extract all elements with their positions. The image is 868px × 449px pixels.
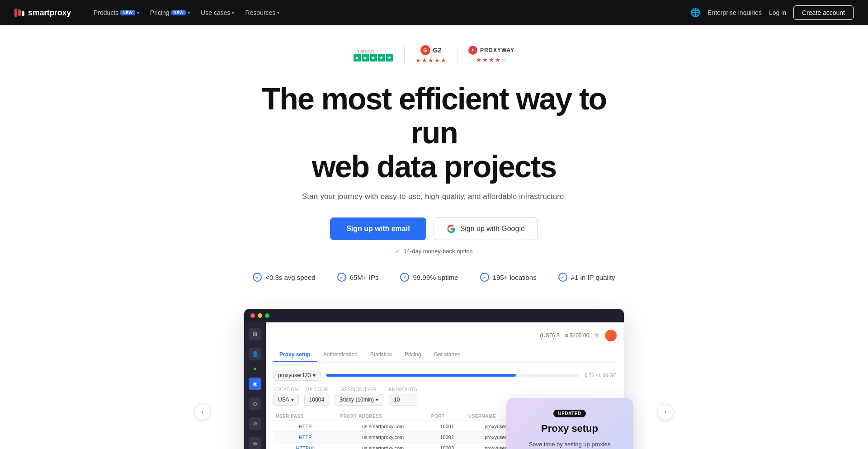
carousel-prev-button[interactable]: ‹ [194, 404, 211, 420]
row-port: 10001 [429, 421, 466, 432]
titlebar-minimize-dot [258, 313, 262, 318]
stats-row: ✓ <0.3s avg speed ✓ 65M+ IPs ✓ 99.99% up… [0, 273, 868, 282]
cta-row: Sign up with email Sign up with Google [0, 217, 868, 240]
login-link[interactable]: Log in [769, 9, 786, 16]
port-label: ZIP CODE [304, 387, 329, 392]
logo[interactable]: smartproxy [14, 8, 71, 18]
tab-proxy-setup[interactable]: Proxy setup [273, 348, 317, 362]
stat-speed: ✓ <0.3s avg speed [253, 273, 316, 282]
endpoints-label: ENDPOINTS [389, 387, 417, 392]
hero-headline-line1: The most efficient way to run [262, 81, 606, 150]
table-header-address: PROXY ADDRESS [338, 412, 429, 421]
percent-display: % [594, 332, 599, 339]
g2-stars: ★ ★ ★ ★ ★ [415, 57, 446, 64]
row-port: 10003 [429, 443, 466, 449]
nav-item-pricing[interactable]: Pricing NEW ▾ [146, 6, 194, 19]
balance-display: ≡ $100.00 [565, 332, 590, 339]
session-field: SESSION TYPE Sticky (10min) ▾ [335, 387, 383, 406]
trustpilot-stars: ★ ★ ★ ★ ★ [354, 54, 393, 61]
enterprise-link[interactable]: Enterprise inquiries [708, 9, 762, 16]
signup-email-button[interactable]: Sign up with email [330, 217, 426, 240]
chevron-down-icon: ▾ [376, 397, 378, 403]
nav-usecases-label: Use cases [201, 9, 230, 16]
row-protocol: HTTP(s) [273, 443, 338, 449]
check-icon: ✓ [480, 273, 489, 282]
location-field: LOCATION USA ▾ [273, 387, 299, 406]
port-value: 10004 [309, 397, 324, 403]
carousel-next-button[interactable]: › [657, 404, 674, 420]
location-label: LOCATION [273, 387, 299, 392]
port-field: ZIP CODE 10004 [304, 387, 329, 406]
logo-icon [14, 9, 24, 17]
trustpilot-label: Trustpilot [354, 48, 374, 53]
tab-statistics[interactable]: Statistics [364, 348, 398, 362]
port-selector[interactable]: 10004 [304, 394, 329, 406]
nav-pricing-label: Pricing [150, 9, 170, 16]
chevron-down-icon: ▾ [291, 397, 294, 403]
stat-quality-label: #1 in IP quality [571, 274, 615, 281]
tab-authentication[interactable]: Authentication [317, 348, 364, 362]
row-protocol: HTTP [273, 432, 338, 443]
tab-get-started[interactable]: Get started [427, 348, 467, 362]
app-topbar: (USD) $ ≡ $100.00 % [273, 330, 617, 341]
location-selector[interactable]: USA ▾ [273, 394, 299, 406]
topbar-right: (USD) $ ≡ $100.00 % [540, 330, 617, 341]
g2-label: G2 [433, 47, 442, 54]
stat-ips: ✓ 65M+ IPs [337, 273, 379, 282]
sidebar-icon-proxy[interactable]: ◉ [249, 378, 261, 390]
nav-item-usecases[interactable]: Use cases ▾ [196, 6, 239, 19]
nav-items: Products NEW ▾ Pricing NEW ▾ Use cases ▾… [89, 6, 690, 19]
check-icon: ✓ [253, 273, 262, 282]
chevron-down-icon: ▾ [313, 372, 316, 378]
proxyway-stars: ★ ★ ★ ★ ★ [476, 57, 507, 63]
signup-google-button[interactable]: Sign up with Google [434, 217, 538, 240]
sidebar-icon-settings[interactable]: ⚙ [249, 417, 261, 430]
nav-right: 🌐 Enterprise inquiries Log in Create acc… [690, 5, 854, 20]
language-icon[interactable]: 🌐 [690, 8, 700, 18]
check-icon: ✓ [558, 273, 567, 282]
location-value: USA [278, 397, 289, 403]
table-header-protocol: user:pass [273, 412, 338, 421]
usage-progress-bar [326, 374, 579, 377]
proxyway-rating: ✦ PROXYWAY ★ ★ ★ ★ ★ [468, 46, 514, 63]
proxyway-label: PROXYWAY [480, 47, 514, 53]
proxy-user-value: proxyuser123 [278, 372, 311, 378]
titlebar-maximize-dot [265, 313, 269, 318]
sidebar-icon-home[interactable]: ⊞ [249, 328, 261, 340]
stat-uptime: ✓ 99.99% uptime [400, 273, 458, 282]
nav-item-products[interactable]: Products NEW ▾ [89, 6, 144, 19]
floating-card: UPDATED Proxy setup Save time by setting… [506, 398, 633, 449]
user-avatar[interactable] [605, 330, 617, 341]
table-header-port: PORT [429, 412, 466, 421]
endpoints-input[interactable]: 10 [389, 394, 417, 406]
ratings-row: Trustpilot ★ ★ ★ ★ ★ G G2 ★ [0, 45, 868, 64]
app-sidebar: ⊞ 👤 ◉ ⊙ ⚙ ⊗ ▣ ⊡ △ [244, 322, 266, 449]
stat-ips-label: 65M+ IPs [350, 274, 379, 281]
money-back-notice: ✓ 14-day money-back option [0, 247, 868, 255]
proxyway-icon: ✦ [468, 46, 477, 55]
endpoints-field: ENDPOINTS 10 [389, 387, 417, 406]
session-label: SESSION TYPE [335, 387, 383, 392]
checkmark-icon: ✓ [395, 247, 401, 255]
chevron-down-icon: ▾ [188, 10, 190, 15]
tab-row: Proxy setup Authentication Statistics Pr… [273, 348, 617, 363]
chevron-down-icon: ▾ [137, 10, 139, 15]
usage-text: 0.75 / 1.00 GB [585, 373, 617, 378]
signup-google-label: Sign up with Google [460, 225, 525, 233]
nav-item-resources[interactable]: Resources ▾ [241, 6, 284, 19]
session-selector[interactable]: Sticky (10min) ▾ [335, 394, 383, 406]
row-port: 10002 [429, 432, 466, 443]
proxy-user-selector[interactable]: proxyuser123 ▾ [273, 370, 321, 381]
tab-pricing[interactable]: Pricing [398, 348, 428, 362]
sidebar-icon-stats[interactable]: ⊙ [249, 397, 261, 410]
currency-selector[interactable]: (USD) $ [540, 332, 559, 339]
check-icon: ✓ [400, 273, 409, 282]
hero-headline: The most efficient way to run web data p… [253, 82, 615, 183]
check-icon: ✓ [337, 273, 346, 282]
floating-description: Save time by setting up proxies effortle… [517, 440, 622, 449]
nav-pricing-badge: NEW [171, 10, 186, 15]
sidebar-icon-api[interactable]: ⊗ [249, 437, 261, 449]
sidebar-icon-users[interactable]: 👤 [249, 348, 261, 360]
floating-title: Proxy setup [517, 423, 622, 435]
create-account-button[interactable]: Create account [793, 5, 854, 20]
